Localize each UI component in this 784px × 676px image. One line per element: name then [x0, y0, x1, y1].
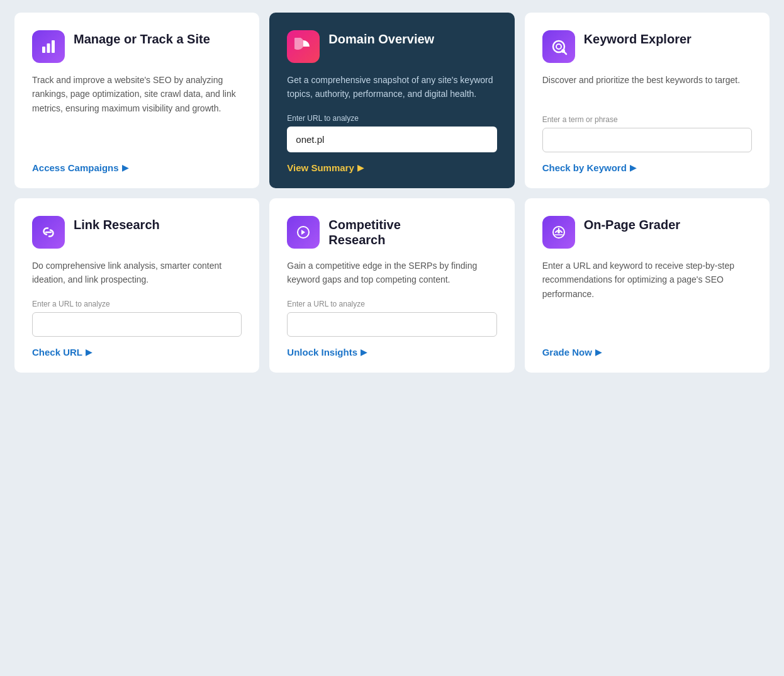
- card-title: Domain Overview: [328, 31, 434, 47]
- chart-bar-icon: [32, 30, 65, 63]
- svg-rect-0: [42, 47, 45, 53]
- card-header: Domain Overview: [287, 30, 496, 63]
- domain-url-input[interactable]: [287, 127, 496, 152]
- arrow-icon: ▶: [361, 347, 367, 357]
- arrow-icon: ▶: [122, 163, 128, 172]
- card-grid: Manage or Track a Site Track and improve…: [14, 13, 770, 373]
- grader-icon: [542, 216, 575, 249]
- input-label: Enter a term or phrase: [542, 115, 752, 124]
- arrow-icon: ▶: [595, 347, 602, 357]
- card-description: Gain a competitive edge in the SERPs by …: [287, 259, 496, 287]
- card-title: Link Research: [74, 217, 160, 232]
- unlock-insights-link[interactable]: Unlock Insights ▶: [287, 347, 496, 358]
- card-on-page-grader: On-Page Grader Enter a URL and keyword t…: [525, 198, 770, 373]
- grade-now-link[interactable]: Grade Now ▶: [542, 347, 752, 358]
- arrow-icon: ▶: [630, 163, 636, 172]
- link-label: Check URL: [32, 347, 82, 358]
- link-label: Check by Keyword: [542, 162, 627, 173]
- card-description: Enter a URL and keyword to receive step-…: [542, 259, 752, 301]
- competitive-url-input[interactable]: [287, 312, 496, 337]
- card-description: Get a comprehensive snapshot of any site…: [287, 73, 496, 101]
- card-competitive-research: CompetitiveResearch Gain a competitive e…: [269, 198, 514, 373]
- arrow-icon: ▶: [86, 347, 92, 357]
- link-label: Access Campaigns: [32, 162, 119, 173]
- card-description: Track and improve a website's SEO by ana…: [32, 73, 242, 150]
- svg-line-10: [564, 52, 566, 54]
- card-title: Keyword Explorer: [584, 31, 692, 47]
- card-description: Discover and prioritize the best keyword…: [542, 73, 752, 87]
- link-label: Grade Now: [542, 347, 592, 358]
- pie-chart-icon: [287, 30, 320, 63]
- card-description: Do comprehensive link analysis, smarter …: [32, 259, 242, 287]
- keyword-icon: [542, 30, 575, 63]
- link-research-url-input[interactable]: [32, 312, 242, 337]
- input-label: Enter a URL to analyze: [32, 300, 242, 308]
- card-header: CompetitiveResearch: [287, 216, 496, 249]
- card-keyword-explorer: Keyword Explorer Discover and prioritize…: [525, 13, 770, 188]
- svg-rect-1: [47, 43, 50, 53]
- check-by-keyword-link[interactable]: Check by Keyword ▶: [542, 162, 752, 173]
- card-title: Manage or Track a Site: [74, 31, 210, 47]
- card-header: Keyword Explorer: [542, 30, 752, 63]
- card-header: Manage or Track a Site: [32, 30, 242, 63]
- card-title: CompetitiveResearch: [328, 217, 400, 247]
- input-label: Enter a URL to analyze: [287, 300, 496, 308]
- arrow-icon: ▶: [357, 163, 364, 172]
- input-label: Enter URL to analyze: [287, 114, 496, 123]
- card-header: Link Research: [32, 216, 242, 249]
- card-header: On-Page Grader: [542, 216, 752, 249]
- view-summary-link[interactable]: View Summary ▶: [287, 162, 496, 173]
- link-label: Unlock Insights: [287, 347, 357, 358]
- link-icon: [32, 216, 65, 249]
- svg-point-15: [557, 231, 560, 234]
- card-title: On-Page Grader: [584, 217, 680, 232]
- link-label: View Summary: [287, 162, 354, 173]
- card-manage-site: Manage or Track a Site Track and improve…: [14, 13, 259, 188]
- access-campaigns-link[interactable]: Access Campaigns ▶: [32, 162, 242, 173]
- svg-point-4: [556, 44, 561, 49]
- check-url-link[interactable]: Check URL ▶: [32, 347, 242, 358]
- card-domain-overview: Domain Overview Get a comprehensive snap…: [269, 13, 514, 188]
- keyword-input[interactable]: [542, 128, 752, 152]
- svg-rect-2: [52, 40, 55, 53]
- competitive-icon: [287, 216, 320, 249]
- card-link-research: Link Research Do comprehensive link anal…: [14, 198, 259, 373]
